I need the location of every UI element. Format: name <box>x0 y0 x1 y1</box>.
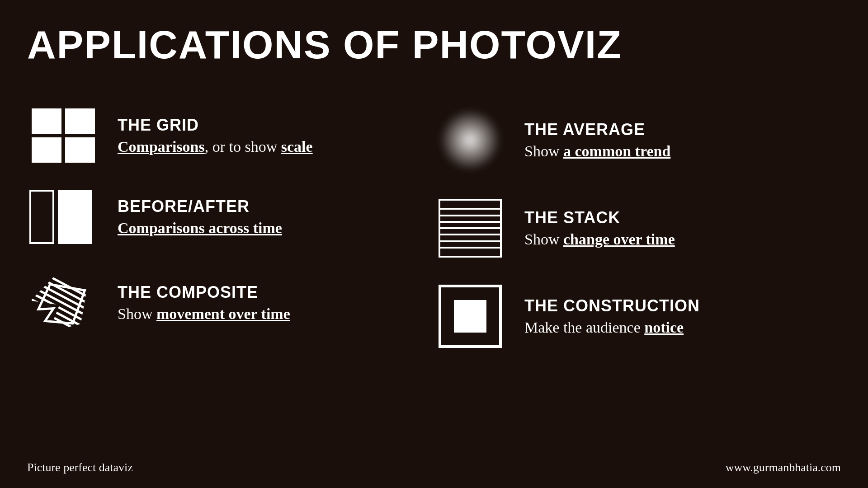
grid-title: THE GRID <box>118 116 313 135</box>
item-average: THE AVERAGE Show a common trend <box>434 95 841 185</box>
item-before-after: BEFORE/AFTER Comparisons across time <box>27 176 434 258</box>
construction-title: THE CONSTRUCTION <box>524 296 700 315</box>
construction-desc: Make the audience notice <box>524 319 700 336</box>
average-title: THE AVERAGE <box>524 120 670 139</box>
average-icon <box>434 108 506 172</box>
svg-line-7 <box>47 271 95 334</box>
left-column: THE GRID Comparisons, or to show scale B… <box>27 95 434 361</box>
grid-icon <box>27 108 99 163</box>
page-title: APPLICATIONS OF PHOTOVIZ <box>0 0 868 77</box>
average-text: THE AVERAGE Show a common trend <box>524 120 670 160</box>
before-after-text: BEFORE/AFTER Comparisons across time <box>118 197 282 237</box>
content-grid: THE GRID Comparisons, or to show scale B… <box>0 81 868 375</box>
before-after-title: BEFORE/AFTER <box>118 197 282 216</box>
composite-desc: Show movement over time <box>118 305 290 323</box>
grid-text: THE GRID Comparisons, or to show scale <box>118 116 313 155</box>
item-stack: THE STACK Show change over time <box>434 185 841 271</box>
stack-text: THE STACK Show change over time <box>524 208 675 248</box>
right-column: THE AVERAGE Show a common trend <box>434 95 841 361</box>
stack-desc: Show change over time <box>524 231 675 248</box>
item-composite: THE COMPOSITE Show movement over time <box>27 258 434 348</box>
footer-left-text: Picture perfect dataviz <box>27 461 133 474</box>
footer-right-text: www.gurmanbhatia.com <box>726 461 841 474</box>
stack-icon <box>434 199 506 258</box>
composite-title: THE COMPOSITE <box>118 283 290 302</box>
item-construction: THE CONSTRUCTION Make the audience notic… <box>434 271 841 361</box>
average-desc: Show a common trend <box>524 143 670 160</box>
composite-icon <box>27 271 99 334</box>
construction-icon <box>434 285 506 348</box>
footer: Picture perfect dataviz www.gurmanbhatia… <box>27 461 841 474</box>
grid-desc: Comparisons, or to show scale <box>118 138 313 155</box>
stack-title: THE STACK <box>524 208 675 227</box>
construction-text: THE CONSTRUCTION Make the audience notic… <box>524 296 700 336</box>
item-grid: THE GRID Comparisons, or to show scale <box>27 95 434 176</box>
before-after-icon <box>27 190 99 244</box>
before-after-desc: Comparisons across time <box>118 220 282 237</box>
composite-text: THE COMPOSITE Show movement over time <box>118 283 290 323</box>
